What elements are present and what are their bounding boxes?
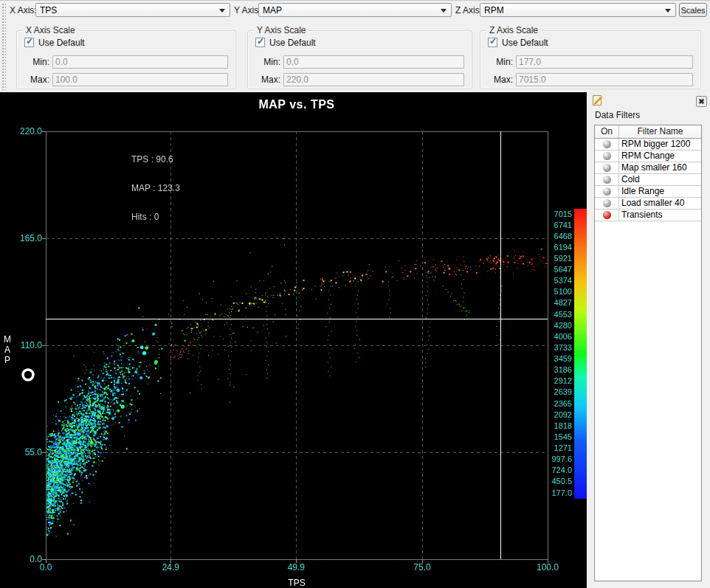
toolbar-grip[interactable] [1,3,6,90]
cursor-readout: TPS : 90.6 MAP : 123.3 Hits : 0 [131,136,180,241]
filter-name[interactable]: Map smaller 160 [619,162,701,173]
filter-row: RPM Change [595,151,701,162]
x-use-default-checkbox[interactable]: ✓ [24,38,34,47]
x-axis-title: TPS [223,578,370,588]
colorbar-tick-label: 5374 [534,276,572,285]
z-axis-scale-group: Z Axis Scale ✓ Use Default Min: Max: [480,30,701,89]
colorbar-tick-label: 2365 [534,399,572,408]
checkmark-icon: ✓ [489,36,497,46]
x-tick-label: 75.0 [400,562,444,573]
chevron-down-icon [219,9,225,13]
colorbar-tick-label: 5100 [534,287,572,296]
z-max-label: Max: [480,75,513,85]
col-header-on[interactable]: On [595,125,619,138]
x-axis-label: X Axis: [10,5,37,15]
filter-table: On Filter Name RPM bigger 1200RPM Change… [594,125,702,581]
z-min-input[interactable] [516,55,693,69]
y-axis-select[interactable]: MAP [258,3,452,17]
y-min-input[interactable] [283,55,464,69]
y-use-default-checkbox[interactable]: ✓ [255,38,265,47]
chevron-down-icon [441,9,447,13]
filter-on-indicator[interactable] [603,211,611,219]
cursor-hits-readout: Hits : 0 [131,212,180,222]
x-max-input[interactable] [52,73,228,86]
colorbar-tick-label: 4553 [534,310,572,319]
colorbar-tick-label: 1271 [534,443,572,452]
y-axis-title: MAP [2,334,13,365]
filter-on-cell [595,162,619,173]
colorbar-tick-label: 6468 [534,232,572,241]
filter-name[interactable]: Cold [619,174,701,185]
filter-on-cell [595,139,619,150]
z-use-default-checkbox[interactable]: ✓ [488,38,497,47]
x-axis-select[interactable]: TPS [35,3,230,17]
y-max-input[interactable] [283,73,464,86]
filter-row: Load smaller 40 [595,198,701,210]
filter-on-cell [595,198,619,209]
colorbar-tick-label: 177.0 [534,488,572,497]
filter-row: Idle Range [595,186,701,198]
filter-off-indicator[interactable] [603,164,611,172]
z-axis-value: RPM [484,5,504,15]
scales-button[interactable]: Scales [679,3,707,17]
filter-on-cell [595,210,619,221]
edit-pencil-icon[interactable] [592,94,604,106]
colorbar-tick-label: 1545 [534,432,572,441]
colorbar-tick-label: 450.5 [534,477,572,485]
x-min-input[interactable] [52,55,228,69]
y-axis-label: Y Axis: [234,5,261,15]
panel-title: Data Filters [595,110,640,120]
z-axis-select[interactable]: RPM [480,3,676,17]
ring-marker[interactable] [23,370,33,380]
z-max-input[interactable] [516,73,693,86]
colorbar-tick-label: 5647 [534,265,572,274]
colorbar-tick-label: 6194 [534,243,572,252]
filter-name[interactable]: Idle Range [619,186,701,197]
checkmark-icon: ✓ [257,36,264,46]
y-tick-label: 165.0 [1,233,42,243]
colorbar-tick-label: 2912 [534,376,572,385]
colorbar-tick-label: 6741 [534,221,572,229]
app-window: X Axis: TPS Y Axis: MAP Z Axis: RPM Scal… [0,0,710,588]
filter-on-cell [595,151,619,162]
filter-name[interactable]: Load smaller 40 [619,198,701,209]
z-min-label: Min: [480,57,513,67]
x-max-label: Max: [17,75,49,85]
filter-off-indicator[interactable] [603,176,611,184]
colorbar-tick-label: 1818 [534,421,572,430]
filter-name[interactable]: Transients [619,210,701,221]
chart-area: MAP vs. TPS TPS : 90.6 MAP : 123.3 Hits … [0,92,588,588]
x-use-default-label: Use Default [38,38,85,48]
filter-name[interactable]: RPM bigger 1200 [619,139,701,150]
x-scale-title: X Axis Scale [23,25,78,35]
x-tick-label: 24.9 [148,562,193,573]
colorbar-tick-label: 3186 [534,365,572,374]
filter-off-indicator[interactable] [603,187,611,196]
filter-name[interactable]: RPM Change [619,151,701,162]
z-scale-title: Z Axis Scale [486,25,541,35]
checkmark-icon: ✓ [26,36,33,46]
colorbar-tick-label: 3733 [534,343,572,352]
filter-table-header: On Filter Name [595,125,701,139]
filter-off-indicator[interactable] [603,199,611,207]
crosshair-layer [0,92,588,588]
filter-off-indicator[interactable] [603,152,611,160]
colorbar-tick-label: 2092 [534,410,572,419]
filter-off-indicator[interactable] [603,140,611,148]
colorbar [574,209,587,499]
x-axis-scale-group: X Axis Scale ✓ Use Default Min: Max: [16,30,236,89]
close-icon[interactable]: ✖ [696,96,707,107]
chart-title: MAP vs. TPS [149,98,444,111]
filter-rows: RPM bigger 1200RPM ChangeMap smaller 160… [595,139,701,221]
col-header-filter-name[interactable]: Filter Name [619,125,701,138]
filter-row: Transients [595,210,701,221]
y-axis-value: MAP [263,5,282,15]
x-min-label: Min: [17,57,49,67]
y-axis-scale-group: Y Axis Scale ✓ Use Default Min: Max: [247,30,472,89]
colorbar-tick-label: 724.0 [534,466,572,474]
x-tick-label: 100.0 [525,562,570,573]
colorbar-tick-label: 5921 [534,254,572,263]
y-use-default-label: Use Default [269,38,316,48]
colorbar-tick-label: 7015 [534,210,572,218]
colorbar-tick-label: 997.6 [534,454,572,463]
